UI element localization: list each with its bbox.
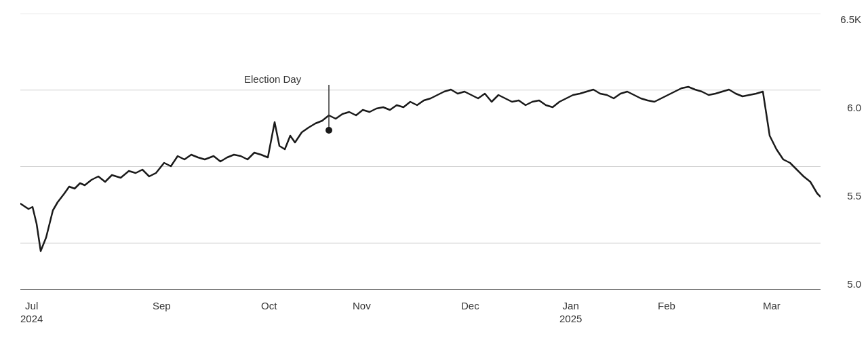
y-label-5-0: 5.0: [840, 278, 861, 290]
rate-line: [20, 87, 821, 251]
x-label-jul: Jul 2024: [20, 300, 43, 324]
y-label-6-5k: 6.5K: [840, 14, 861, 25]
x-label-oct: Oct: [261, 300, 277, 311]
x-label-feb: Feb: [658, 300, 675, 311]
x-label-mar: Mar: [763, 300, 781, 311]
election-day-label: Election Day: [244, 73, 301, 85]
y-label-6-0: 6.0: [840, 102, 861, 113]
x-label-sep: Sep: [153, 300, 171, 311]
y-axis-labels: 6.5K 6.0 5.5 5.0: [840, 14, 861, 290]
y-label-5-5: 5.5: [840, 190, 861, 202]
chart-area: 6.5K 6.0 5.5 5.0 Election Day Jul 2024 S…: [20, 14, 821, 290]
election-day-dot: [326, 127, 332, 134]
x-label-dec: Dec: [461, 300, 479, 311]
x-label-nov: Nov: [353, 300, 371, 311]
x-label-jan: Jan 2025: [559, 300, 582, 324]
chart-container: 6.5K 6.0 5.5 5.0 Election Day Jul 2024 S…: [0, 0, 868, 344]
chart-svg: [20, 14, 821, 290]
